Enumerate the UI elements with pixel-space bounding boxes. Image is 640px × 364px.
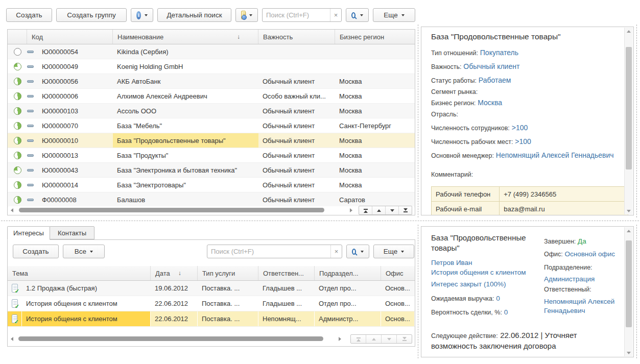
detail-field-value[interactable]: Непомнящий Алексей Геннадьевич (494, 151, 614, 159)
tab-interests[interactable]: Интересы (7, 226, 50, 240)
create-button[interactable]: Создать (6, 8, 52, 22)
scroll-left-icon[interactable] (8, 335, 15, 343)
detailed-search-button[interactable]: Детальный поиск (157, 8, 231, 22)
scroll-down-icon[interactable] (625, 207, 633, 214)
right-edge-splitter-top[interactable] (636, 25, 637, 217)
detail-field-value[interactable]: Москва (476, 99, 502, 107)
contact-kind-cell: Рабочий телефон (432, 187, 500, 202)
column-header[interactable]: Тип услуги (198, 266, 258, 280)
go-last-button[interactable] (397, 335, 412, 343)
interest-clear-search-button[interactable] (330, 245, 342, 258)
dash-icon (27, 95, 34, 98)
column-header[interactable]: Дата (151, 266, 198, 280)
interest-filter-button[interactable]: Все (63, 245, 105, 258)
horizontal-splitter[interactable] (1, 221, 639, 221)
table-row[interactable]: Ю00000006Алхимов Алексей АндреевичОсобо … (8, 89, 415, 104)
table-row[interactable]: Ю00000103Ассоль ООООбычный клиентМосква (8, 104, 415, 118)
interests-hscroll-track[interactable] (15, 335, 336, 343)
report-dropdown-button[interactable] (235, 8, 258, 22)
go-prev-button[interactable] (372, 206, 386, 214)
interest-more-button[interactable]: Еще (373, 245, 414, 258)
detail-field-value[interactable]: Покупатель (478, 48, 518, 57)
interest-field-value[interactable]: 0 (494, 295, 500, 302)
interest-search-input[interactable] (207, 245, 330, 258)
search-settings-button[interactable] (346, 8, 369, 22)
table-row[interactable]: Ю00000056АКБ АвтоБанкОбычный клиентМоскв… (8, 74, 415, 89)
dash-icon (27, 110, 34, 112)
interest-theme-link[interactable]: История общения с клиентом (431, 268, 537, 278)
clients-hscrollbar[interactable] (8, 206, 414, 214)
detail-field-value[interactable]: Работаем (477, 76, 511, 84)
column-header[interactable]: Офис (381, 266, 415, 280)
scroll-right-icon[interactable] (336, 335, 343, 343)
interest-field-value[interactable]: Да (576, 237, 586, 245)
table-row[interactable]: Ю00000049Koenig Holding GmbH (8, 59, 415, 74)
clients-hscroll-track[interactable] (15, 206, 347, 214)
interests-hscroll-thumb[interactable] (18, 336, 323, 341)
scroll-up-icon[interactable] (625, 227, 633, 234)
table-row[interactable]: Ю00000070База "Мебель"Обычный клиентСанк… (8, 118, 415, 133)
column-header[interactable]: Ответствен... (258, 266, 315, 280)
region-cell: Санкт-Петербург (335, 118, 415, 133)
table-row[interactable]: Ю00000014База "Электротовары"Обычный кли… (8, 178, 415, 192)
scroll-right-icon[interactable] (347, 206, 354, 214)
table-row[interactable]: История общения с клиентом22.06.2012Пост… (8, 296, 415, 311)
client-detail-scrollbar[interactable] (624, 28, 633, 214)
column-header[interactable]: Подраздел... (315, 266, 381, 280)
column-header-label: Бизнес регион (340, 33, 384, 41)
go-next-button[interactable] (386, 206, 399, 214)
interest-field-value[interactable]: Администрация (544, 275, 595, 283)
client-detail-scroll-thumb[interactable] (626, 47, 632, 169)
interest-field-value[interactable]: Непомнящий Алексей Геннадьевич (544, 298, 614, 314)
detail-field-value[interactable]: Обычный клиент (461, 62, 519, 70)
interest-state-link[interactable]: Интерес закрыт (100%) (431, 280, 537, 288)
interests-hscrollbar[interactable] (8, 335, 414, 343)
vertical-splitter-bottom[interactable] (418, 225, 418, 358)
column-header[interactable] (8, 30, 27, 44)
table-row[interactable]: Ф00000008БалашовОбычный клиентСаратов (8, 192, 415, 207)
go-next-button[interactable] (382, 335, 397, 343)
contact-row: Рабочий e-mailbaza@mail.ru (432, 202, 628, 216)
column-header[interactable]: Бизнес регион (335, 30, 415, 44)
code-cell: Ю00000010 (39, 133, 113, 148)
column-header[interactable]: Тема (8, 266, 151, 280)
scroll-down-icon[interactable] (625, 349, 633, 356)
more-button[interactable]: Еще (373, 8, 415, 22)
table-row[interactable]: 1.2 Продажа (быстрая)19.06.2012Поставка.… (8, 281, 415, 296)
table-row[interactable]: Ю00000043База "Электроника и бытовая тех… (8, 163, 415, 178)
column-header-label: Наименование (117, 33, 163, 41)
table-row[interactable]: История общения с клиентом22.06.2012Пост… (8, 311, 415, 327)
interest-detail-scrollbar[interactable] (624, 227, 633, 356)
column-header[interactable]: Код (27, 30, 113, 44)
clear-search-button[interactable] (330, 9, 341, 21)
go-prev-button[interactable] (366, 335, 382, 343)
column-header[interactable]: Важность (258, 30, 335, 44)
name-cell: Kikinda (Сербия) (113, 44, 258, 59)
interest-detail-scroll-thumb[interactable] (626, 240, 632, 327)
interest-field-value[interactable]: 0 (502, 308, 508, 316)
go-first-button[interactable] (351, 335, 366, 343)
right-edge-splitter-bottom[interactable] (636, 225, 637, 358)
detail-field-value[interactable]: >100 (513, 137, 531, 145)
table-row[interactable]: Ю00000013База "Продукты"Обычный клиентМо… (8, 148, 415, 163)
clients-hscroll-thumb[interactable] (19, 208, 324, 212)
interest-field-value[interactable]: Основной офис (563, 250, 615, 258)
scroll-up-icon[interactable] (625, 28, 633, 35)
vertical-splitter-top[interactable] (418, 25, 418, 217)
column-header[interactable]: Наименование (113, 30, 258, 44)
detail-field-value[interactable]: >100 (510, 124, 528, 132)
table-row[interactable]: Ю00000010База "Продовольственные товары"… (8, 133, 415, 148)
doc-cell (8, 296, 22, 311)
interest-search-settings-button[interactable] (346, 245, 369, 258)
interest-create-button[interactable]: Создать (13, 245, 59, 258)
go-last-button[interactable] (399, 206, 412, 214)
table-row[interactable]: Ю00000054Kikinda (Сербия) (8, 44, 415, 59)
info-icon (136, 11, 141, 19)
interest-contact-link[interactable]: Петров Иван (431, 258, 537, 268)
create-group-button[interactable]: Создать группу (56, 8, 127, 22)
go-first-button[interactable] (359, 206, 372, 214)
search-input[interactable] (263, 9, 330, 21)
scroll-left-icon[interactable] (8, 206, 15, 214)
info-dropdown-button[interactable] (131, 8, 153, 22)
tab-contacts[interactable]: Контакты (50, 226, 94, 239)
